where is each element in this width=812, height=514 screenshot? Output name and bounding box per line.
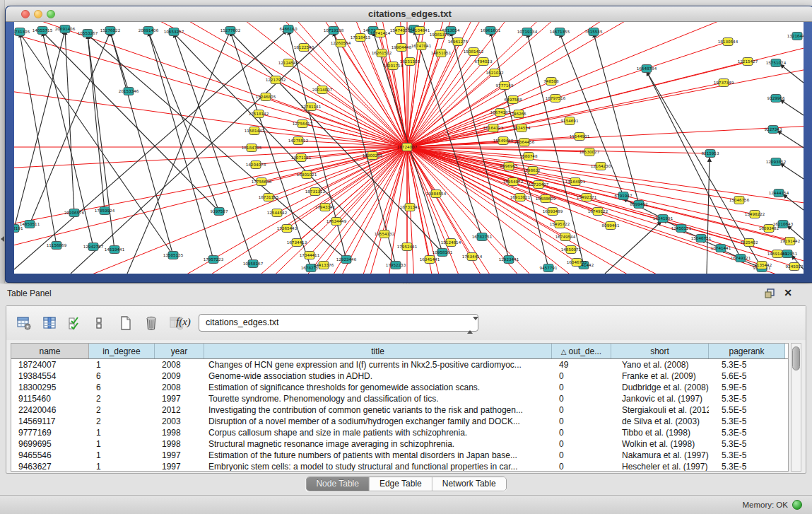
citation-edge-red[interactable] (407, 147, 789, 240)
citation-edge-red[interactable] (315, 147, 407, 192)
graph-node[interactable]: 15751074 (766, 59, 787, 67)
graph-node[interactable]: 3624554 (513, 124, 531, 132)
float-panel-icon[interactable] (764, 288, 775, 299)
tab-edge-table[interactable]: Edge Table (370, 477, 433, 491)
graph-node[interactable]: 6794023 (475, 58, 493, 66)
citation-edge-red[interactable] (302, 124, 407, 147)
graph-node[interactable]: 15046751 (691, 235, 712, 243)
table-settings-button[interactable] (15, 313, 33, 333)
graph-node[interactable]: 16747041 (411, 42, 432, 50)
citation-edge-black[interactable] (647, 71, 741, 258)
graph-node[interactable]: 13164991 (565, 178, 586, 186)
graph-node[interactable]: 12544542 (267, 209, 287, 217)
delete-entries-trash-button[interactable] (142, 313, 160, 333)
graph-node[interactable]: 10719138 (324, 27, 344, 35)
graph-node[interactable]: 14851051 (431, 49, 452, 57)
close-panel-icon[interactable]: ✕ (782, 287, 794, 298)
table-row[interactable]: 1872400712008Changes of HCN gene express… (11, 359, 788, 370)
graph-node[interactable]: 9457791 (540, 264, 558, 272)
graph-node[interactable]: 17952441 (397, 243, 418, 251)
graph-node[interactable]: 19904448 (392, 44, 412, 52)
graph-node[interactable]: 9397587 (211, 208, 228, 216)
graph-node[interactable]: 15081412 (464, 48, 483, 56)
column-header-out-degree[interactable]: △out_de... (552, 344, 611, 358)
graph-node[interactable]: 11581442 (245, 127, 264, 135)
graph-node[interactable]: 16261512 (372, 49, 392, 57)
graph-node[interactable]: 9245012 (786, 263, 804, 271)
table-row[interactable]: 2242004622012Investigating the contribut… (11, 404, 788, 416)
graph-node[interactable]: 16341991 (653, 215, 673, 223)
graph-node[interactable]: 14275512 (288, 137, 308, 145)
graph-node[interactable]: 20206576 (64, 209, 85, 217)
graph-node[interactable]: 16341441 (420, 256, 440, 264)
graph-node[interactable]: 17756648 (252, 178, 272, 186)
graph-node[interactable]: 6466160 (280, 25, 298, 33)
graph-node[interactable]: 13216441 (787, 33, 804, 40)
table-row[interactable]: 946362711997Embryonic stem cells: a mode… (11, 461, 788, 472)
graph-node[interactable]: 16734413 (287, 239, 307, 247)
graph-node[interactable]: 15124814 (441, 239, 461, 247)
graph-node[interactable]: 16749122 (588, 208, 608, 216)
graph-node[interactable]: 19737349 (714, 79, 734, 87)
graph-node[interactable]: 16782751 (472, 233, 493, 241)
citation-edge-black[interactable] (20, 33, 57, 245)
graph-node[interactable]: 12450121 (671, 225, 692, 233)
graph-node[interactable]: 11544901 (570, 133, 590, 141)
graph-node[interactable]: 14204078 (246, 161, 266, 169)
table-row[interactable]: 1830029562008Estimation of significance … (11, 382, 788, 393)
new-document-button[interactable] (117, 313, 135, 333)
column-header-short[interactable]: short (611, 344, 709, 358)
citation-edge-black[interactable] (780, 163, 804, 179)
graph-node[interactable]: 13505135 (163, 252, 184, 259)
graph-node[interactable]: 17952233 (386, 262, 406, 269)
graph-node[interactable]: 14055715 (33, 27, 53, 35)
citation-edge-black[interactable] (88, 35, 114, 250)
memory-status-indicator[interactable] (792, 500, 802, 510)
column-header-title[interactable]: title (204, 344, 552, 358)
graph-node[interactable]: 12923441 (499, 256, 519, 264)
citation-edge-black[interactable] (148, 32, 219, 211)
graph-node[interactable]: 746266 (511, 110, 526, 118)
graph-node[interactable]: 10553267 (78, 30, 98, 37)
function-builder-icon[interactable]: f(x) (176, 316, 191, 328)
graph-node[interactable]: 17943341 (315, 204, 336, 211)
graph-node[interactable]: 1080748 (520, 153, 538, 160)
graph-node[interactable]: 17365443 (277, 225, 298, 233)
graph-node[interactable]: 17518142 (249, 110, 269, 118)
citation-edge-black[interactable] (110, 32, 129, 91)
graph-node[interactable]: 14519441 (105, 246, 125, 254)
select-all-rows-button[interactable] (66, 313, 84, 333)
graph-node[interactable]: 20891406 (139, 27, 159, 35)
graph-node[interactable]: 12942757 (83, 243, 104, 251)
table-row[interactable]: 911546021997Tourette syndrome. Phenomeno… (11, 393, 788, 404)
table-row[interactable]: 946554611997Estimation of the future num… (11, 450, 788, 461)
column-header-year[interactable]: year (155, 344, 204, 358)
citation-edge-black[interactable] (42, 32, 219, 211)
graph-node[interactable]: 16961275 (448, 38, 469, 46)
column-header-name[interactable]: name (11, 344, 89, 358)
graph-node[interactable]: 14850972 (561, 246, 581, 254)
graph-node[interactable]: 18530027 (579, 148, 600, 156)
citation-edge-black[interactable] (560, 33, 623, 196)
graph-node[interactable]: 17518415 (351, 34, 371, 42)
graph-node[interactable]: 9154691 (561, 117, 579, 125)
graph-node[interactable]: 12444154 (769, 189, 789, 197)
citation-edge-red[interactable] (407, 95, 804, 147)
graph-node[interactable]: 17359924 (95, 207, 115, 215)
graph-node[interactable]: 10741441 (711, 245, 731, 252)
graph-node[interactable]: 8215953 (702, 150, 719, 158)
graph-node[interactable]: 798632 (525, 167, 540, 175)
column-header-pagerank[interactable]: pagerank (709, 344, 785, 358)
graph-node[interactable]: 19081370 (430, 31, 450, 39)
graph-node[interactable]: 12923446 (336, 256, 357, 264)
graph-node[interactable]: 19554132 (375, 230, 394, 238)
citation-edge-black[interactable] (14, 30, 287, 269)
graph-node[interactable]: 16301021 (297, 171, 317, 179)
graph-node[interactable]: 19384554 (426, 190, 447, 198)
citation-edge-black[interactable] (527, 33, 584, 265)
graph-node[interactable]: 18130544 (718, 38, 739, 46)
tab-network-table[interactable]: Network Table (433, 477, 506, 491)
graph-node[interactable]: 10958167 (243, 260, 264, 268)
citation-edge-red[interactable] (37, 22, 407, 147)
citation-edge-black[interactable] (777, 131, 804, 148)
